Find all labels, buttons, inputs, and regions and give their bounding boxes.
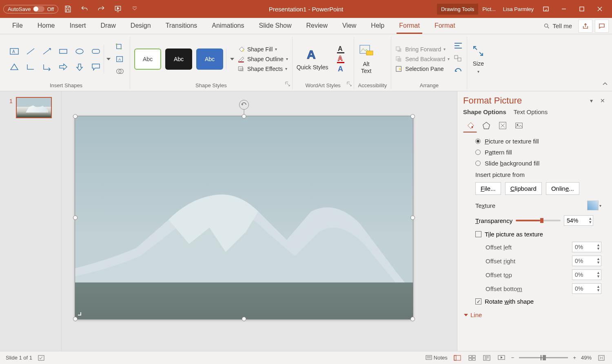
shape-fill-button[interactable]: Shape Fill ▾: [237, 46, 288, 53]
oval-shape-icon[interactable]: [72, 44, 87, 59]
down-arrow-shape-icon[interactable]: [72, 60, 87, 74]
resize-handle-e[interactable]: [410, 216, 415, 220]
customize-qat-button[interactable]: [127, 2, 142, 16]
tab-review[interactable]: Review: [299, 18, 335, 34]
tab-format-drawing[interactable]: Format: [392, 18, 427, 34]
pattern-fill-radio[interactable]: Pattern fill: [463, 147, 610, 158]
resize-handle-nw[interactable]: [73, 114, 78, 119]
slide-canvas[interactable]: [61, 91, 457, 351]
resize-handle-sw[interactable]: [73, 317, 78, 321]
notes-button[interactable]: Notes: [426, 355, 448, 361]
textbox-shape-icon[interactable]: A: [7, 44, 22, 59]
text-box-button[interactable]: A: [114, 54, 126, 64]
rectangle-shape-icon[interactable]: [55, 44, 71, 59]
preset-2[interactable]: Abc: [165, 49, 192, 70]
selected-picture[interactable]: [75, 116, 413, 320]
fit-to-window-button[interactable]: [596, 354, 606, 362]
zoom-level[interactable]: 49%: [581, 355, 592, 361]
elbow-connector-icon[interactable]: [23, 60, 38, 74]
line-shape-icon[interactable]: [23, 44, 38, 59]
callout-shape-icon[interactable]: [88, 60, 104, 74]
offset-top-input[interactable]: 0%▲▼: [572, 269, 601, 280]
offset-right-input[interactable]: 0%▲▼: [572, 256, 601, 266]
line-section-header[interactable]: Line: [463, 307, 610, 321]
tab-slide-show[interactable]: Slide Show: [251, 18, 299, 34]
online-button[interactable]: Online...: [546, 182, 579, 195]
user-name[interactable]: Lisa Parmley: [500, 6, 537, 12]
spell-check-icon[interactable]: [38, 355, 44, 361]
merge-shapes-button[interactable]: [114, 66, 126, 76]
slide-sorter-button[interactable]: [467, 354, 477, 362]
zoom-out-button[interactable]: −: [511, 355, 514, 361]
collapse-ribbon-button[interactable]: [601, 80, 609, 88]
style-gallery-more[interactable]: [226, 49, 237, 70]
tab-transitions[interactable]: Transitions: [158, 18, 205, 34]
reading-view-button[interactable]: [482, 354, 492, 362]
send-backward-button[interactable]: Send Backward ▾: [395, 56, 450, 62]
wordart-dialog-launcher[interactable]: [346, 81, 352, 87]
group-button[interactable]: [454, 55, 463, 63]
tab-insert[interactable]: Insert: [62, 18, 93, 34]
maximize-button[interactable]: [573, 3, 591, 15]
texture-picker-button[interactable]: [587, 201, 599, 210]
resize-handle-s[interactable]: [242, 317, 246, 321]
size-category-icon[interactable]: [496, 119, 510, 132]
shape-outline-button[interactable]: Shape Outline ▾: [237, 56, 288, 62]
tab-file[interactable]: File: [5, 18, 30, 34]
rotate-with-shape-checkbox[interactable]: Rotate with shape: [463, 296, 610, 307]
style-preset-gallery[interactable]: Abc Abc Abc: [134, 49, 223, 70]
close-button[interactable]: [591, 3, 609, 15]
offset-left-input[interactable]: 0%▲▼: [572, 242, 601, 252]
picture-texture-fill-radio[interactable]: Picture or texture fill: [463, 136, 610, 147]
shape-gallery[interactable]: A: [7, 44, 104, 74]
picture-tools-context[interactable]: Pict...: [478, 4, 500, 15]
quick-styles-button[interactable]: A Quick Styles: [297, 47, 328, 71]
shape-styles-dialog-launcher[interactable]: [285, 81, 290, 87]
start-from-beginning-button[interactable]: [111, 2, 125, 16]
ribbon-options-button[interactable]: [537, 3, 555, 15]
pane-close-button[interactable]: ✕: [599, 97, 606, 104]
shape-options-tab[interactable]: Shape Options: [463, 108, 506, 115]
resize-handle-ne[interactable]: [410, 114, 415, 119]
tile-checkbox[interactable]: Tile picture as texture: [463, 228, 610, 240]
pane-options-button[interactable]: ▾: [588, 97, 595, 104]
slide-indicator[interactable]: Slide 1 of 1: [6, 355, 32, 361]
slide-thumbnail-1[interactable]: [16, 97, 52, 118]
tab-design[interactable]: Design: [123, 18, 158, 34]
resize-handle-w[interactable]: [73, 216, 78, 220]
text-effects-button[interactable]: A: [333, 64, 350, 73]
zoom-slider[interactable]: [519, 357, 568, 358]
bring-forward-button[interactable]: Bring Forward ▾: [395, 46, 450, 53]
tab-help[interactable]: Help: [364, 18, 392, 34]
autosave-toggle[interactable]: AutoSave Off: [3, 5, 58, 13]
right-arrow-shape-icon[interactable]: [55, 60, 71, 74]
share-button[interactable]: [579, 20, 592, 33]
transparency-input[interactable]: 54%▲▼: [564, 215, 593, 226]
save-button[interactable]: [60, 2, 75, 16]
picture-category-icon[interactable]: [512, 119, 526, 132]
comments-button[interactable]: [595, 20, 609, 33]
slide-background-fill-radio[interactable]: Slide background fill: [463, 158, 610, 169]
slideshow-view-button[interactable]: [497, 354, 506, 362]
triangle-shape-icon[interactable]: [7, 60, 22, 74]
minimize-button[interactable]: [555, 3, 573, 15]
shape-effects-button[interactable]: Shape Effects ▾: [237, 66, 288, 72]
fill-line-category-icon[interactable]: [463, 119, 477, 132]
preset-3[interactable]: Abc: [196, 49, 223, 70]
text-outline-button[interactable]: A: [333, 55, 350, 64]
elbow-arrow-icon[interactable]: [39, 60, 55, 74]
tab-format-picture[interactable]: Format: [427, 18, 463, 34]
rounded-rect-shape-icon[interactable]: [88, 44, 104, 59]
undo-button[interactable]: [77, 2, 92, 16]
rotate-handle[interactable]: [239, 100, 249, 110]
drawing-tools-context[interactable]: Drawing Tools: [437, 4, 478, 15]
tell-me-search[interactable]: Tell me: [539, 22, 576, 29]
clipboard-button[interactable]: Clipboard: [505, 182, 542, 195]
edit-shape-button[interactable]: [114, 42, 126, 52]
size-button[interactable]: Size ▾: [471, 44, 485, 74]
text-options-tab[interactable]: Text Options: [514, 108, 548, 115]
arrow-line-icon[interactable]: [39, 44, 55, 59]
rotate-button[interactable]: [454, 67, 463, 76]
preset-1[interactable]: Abc: [134, 49, 161, 70]
transparency-slider[interactable]: [516, 220, 561, 221]
